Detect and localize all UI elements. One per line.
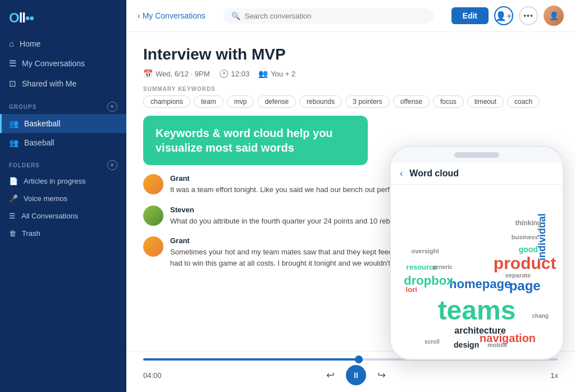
sidebar-item-shared-with-me[interactable]: ⊡ Shared with Me [0,74,126,94]
folder-voice-memos[interactable]: 🎤 Voice memos [0,190,126,207]
search-input[interactable] [245,12,426,20]
player-controls: 04:00 ↩ ⏸ ↪ 1x [143,365,558,385]
header-actions: Edit 👤+ ••• 👤 [451,6,564,26]
forward-button[interactable]: ↪ [377,369,386,381]
sidebar-shared-label: Shared with Me [22,79,76,88]
progress-thumb [355,355,363,363]
conversation-meta: 📅 Wed, 6/12 · 9PM 🕐 12:03 👥 You + 2 [143,69,558,78]
basketball-label: Basketball [24,119,61,128]
back-label: My Conversations [143,11,206,20]
phone-header: ‹ Word cloud [391,163,563,185]
duration-meta: 🕐 12:03 [219,69,250,78]
my-conversations-icon: ☰ [9,58,16,69]
conversation-title: Interview with MVP [143,45,558,63]
folders-section-label: FOLDERS + [0,152,126,172]
top-header: ‹ My Conversations 🔍 Edit 👤+ ••• 👤 [126,0,575,32]
tooltip-box: Keywords & word cloud help you visualize… [143,116,368,165]
all-conversations-icon: ☰ [9,212,16,220]
word-cloud-word: oversight [411,248,439,254]
speaker-avatar [143,206,163,226]
word-cloud-word: chang [532,312,548,318]
clock-icon: 🕐 [219,69,229,78]
word-cloud-word: homepage [449,277,511,291]
date-meta: 📅 Wed, 6/12 · 9PM [143,69,210,78]
word-cloud-word: business [512,234,539,240]
keywords-label: SUMMARY KEYWORDS [143,86,558,92]
app-logo: Oll•• [9,10,117,26]
phone-mockup: ‹ Word cloud teamshomepageproductindivid… [390,146,564,360]
keywords-section: SUMMARY KEYWORDS championsteammvpdefense… [143,86,558,108]
folder-trash-label: Trash [22,229,40,238]
folder-all-conversations[interactable]: ☰ All Conversations [0,207,126,225]
keyword-tag[interactable]: team [194,95,223,108]
participants-value: You + 2 [271,70,295,78]
phone-status-bar [391,147,563,163]
folder-icon: 📄 [9,177,18,185]
home-icon: ⌂ [9,39,14,48]
folder-voice-memos-label: Voice memos [24,194,67,203]
word-cloud-word: thinking [515,219,541,227]
keyword-tag[interactable]: 3 pointers [345,95,390,108]
trash-icon: 🗑 [9,229,16,238]
basketball-icon: 👥 [9,119,19,128]
logo-area: Oll•• [0,0,126,34]
play-pause-button[interactable]: ⏸ [346,365,366,385]
keywords-list: championsteammvpdefenserebounds3 pointer… [143,95,558,108]
rewind-button[interactable]: ↩ [326,369,335,381]
control-icons: ↩ ⏸ ↪ [326,365,386,385]
word-cloud-word: architecture [454,326,506,336]
date-value: Wed, 6/12 · 9PM [156,70,210,78]
keyword-tag[interactable]: offense [393,95,430,108]
keyword-tag[interactable]: mvp [227,95,254,108]
keyword-tag[interactable]: defense [257,95,296,108]
keyword-tag[interactable]: rebounds [299,95,342,108]
word-cloud-word: page [509,278,541,294]
word-cloud: teamshomepageproductindividualpagedropbo… [391,185,563,359]
phone-back-button[interactable]: ‹ [400,168,403,179]
keyword-tag[interactable]: timeout [467,95,504,108]
voice-memos-icon: 🎤 [9,194,18,203]
folder-all-conversations-label: All Conversations [21,212,78,220]
edit-button[interactable]: Edit [451,7,489,24]
duration-value: 12:03 [231,70,250,78]
sidebar-item-my-conversations[interactable]: ☰ My Conversations [0,53,126,74]
word-cloud-word: mobile [487,341,507,348]
sidebar-item-home[interactable]: ⌂ Home [0,34,126,53]
shared-with-me-icon: ⊡ [9,79,16,89]
word-cloud-word: good [519,245,538,254]
word-cloud-word: separate [505,272,531,279]
search-icon: 🔍 [231,12,240,20]
folder-trash[interactable]: 🗑 Trash [0,225,126,242]
current-time: 04:00 [143,371,162,380]
keyword-tag[interactable]: coach [507,95,540,108]
search-bar[interactable]: 🔍 [223,8,433,24]
back-chevron-icon: ‹ [138,11,140,20]
speaker-avatar [143,236,163,257]
word-cloud-word: lori [406,285,417,294]
sidebar-item-baseball[interactable]: 👥 Baseball [0,133,126,152]
sidebar-item-basketball[interactable]: 👥 Basketball [0,114,126,133]
baseball-label: Baseball [24,138,54,147]
speaker-avatar [143,174,163,194]
user-avatar[interactable]: 👤 [544,6,564,26]
keyword-tag[interactable]: focus [433,95,464,108]
word-cloud-word: scroll [425,339,440,345]
main-panel: ‹ My Conversations 🔍 Edit 👤+ ••• 👤 Inter… [126,0,575,392]
avatar-image: 👤 [549,11,559,20]
folder-articles[interactable]: 📄 Articles in progress [0,172,126,190]
add-person-icon: 👤+ [495,11,512,21]
participants-meta: 👥 You + 2 [258,69,295,78]
keyword-tag[interactable]: champions [143,95,190,108]
add-folder-button[interactable]: + [107,160,117,170]
back-button[interactable]: ‹ My Conversations [138,11,206,20]
baseball-icon: 👥 [9,138,19,147]
tooltip-text: Keywords & word cloud help you visualize… [156,126,355,155]
add-person-button[interactable]: 👤+ [494,6,513,25]
phone-notch [454,152,499,158]
sidebar: Oll•• ⌂ Home ☰ My Conversations ⊡ Shared… [0,0,126,392]
more-options-button[interactable]: ••• [519,6,538,25]
word-cloud-word: teams [438,295,516,326]
sidebar-home-label: Home [20,39,40,48]
add-group-button[interactable]: + [107,102,117,112]
progress-fill [143,358,359,361]
